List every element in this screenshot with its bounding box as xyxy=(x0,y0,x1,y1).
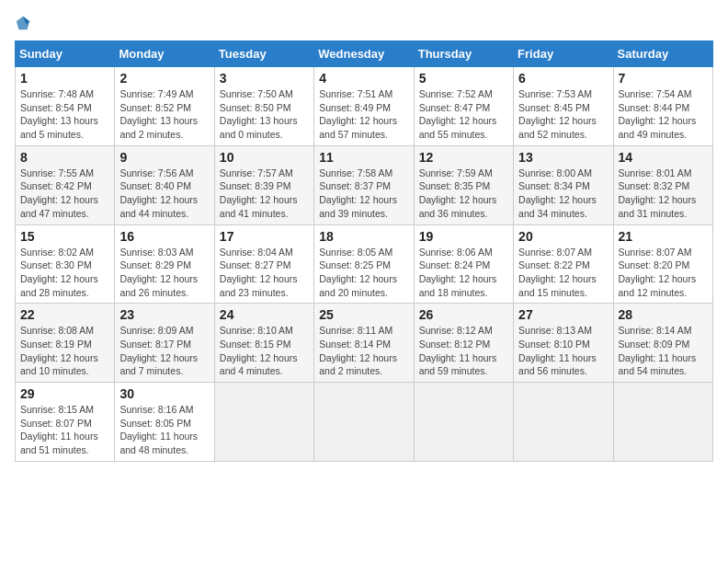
calendar-day-17: 17Sunrise: 8:04 AMSunset: 8:27 PMDayligh… xyxy=(214,224,313,304)
day-number: 8 xyxy=(20,150,109,165)
calendar-day-20: 20Sunrise: 8:07 AMSunset: 8:22 PMDayligh… xyxy=(514,224,613,304)
calendar-day-14: 14Sunrise: 8:01 AMSunset: 8:32 PMDayligh… xyxy=(613,145,712,224)
calendar-day-24: 24Sunrise: 8:10 AMSunset: 8:15 PMDayligh… xyxy=(214,304,313,383)
day-number: 11 xyxy=(319,150,408,165)
calendar-day-8: 8Sunrise: 7:55 AMSunset: 8:42 PMDaylight… xyxy=(16,145,115,224)
day-number: 27 xyxy=(518,307,608,322)
day-number: 20 xyxy=(518,229,608,244)
day-detail: Sunrise: 8:03 AMSunset: 8:29 PMDaylight:… xyxy=(119,246,209,300)
day-detail: Sunrise: 7:55 AMSunset: 8:42 PMDaylight:… xyxy=(20,167,109,221)
day-detail: Sunrise: 8:08 AMSunset: 8:19 PMDaylight:… xyxy=(20,324,109,378)
day-detail: Sunrise: 8:13 AMSunset: 8:10 PMDaylight:… xyxy=(518,324,608,378)
day-number: 1 xyxy=(20,71,109,86)
calendar-day-10: 10Sunrise: 7:57 AMSunset: 8:39 PMDayligh… xyxy=(214,145,313,224)
calendar-day-28: 28Sunrise: 8:14 AMSunset: 8:09 PMDayligh… xyxy=(613,304,712,383)
calendar-day-3: 3Sunrise: 7:50 AMSunset: 8:50 PMDaylight… xyxy=(214,67,313,146)
calendar-day-9: 9Sunrise: 7:56 AMSunset: 8:40 PMDaylight… xyxy=(115,145,214,224)
day-detail: Sunrise: 7:59 AMSunset: 8:35 PMDaylight:… xyxy=(419,167,508,221)
day-detail: Sunrise: 7:57 AMSunset: 8:39 PMDaylight:… xyxy=(220,167,309,221)
calendar-week-1: 1Sunrise: 7:48 AMSunset: 8:54 PMDaylight… xyxy=(16,67,713,146)
empty-cell xyxy=(414,383,513,462)
empty-cell xyxy=(214,383,313,462)
day-number: 26 xyxy=(419,307,508,322)
calendar-week-4: 22Sunrise: 8:08 AMSunset: 8:19 PMDayligh… xyxy=(16,304,713,383)
calendar-day-19: 19Sunrise: 8:06 AMSunset: 8:24 PMDayligh… xyxy=(414,224,513,304)
day-detail: Sunrise: 8:07 AMSunset: 8:22 PMDaylight:… xyxy=(518,246,608,300)
day-number: 12 xyxy=(419,150,508,165)
calendar-day-6: 6Sunrise: 7:53 AMSunset: 8:45 PMDaylight… xyxy=(514,67,613,146)
day-detail: Sunrise: 8:05 AMSunset: 8:25 PMDaylight:… xyxy=(319,246,408,300)
day-number: 22 xyxy=(20,307,109,322)
calendar-day-13: 13Sunrise: 8:00 AMSunset: 8:34 PMDayligh… xyxy=(514,145,613,224)
day-detail: Sunrise: 8:01 AMSunset: 8:32 PMDaylight:… xyxy=(619,167,708,221)
day-number: 29 xyxy=(20,386,109,401)
empty-cell xyxy=(613,383,712,462)
calendar-day-11: 11Sunrise: 7:58 AMSunset: 8:37 PMDayligh… xyxy=(314,145,414,224)
day-detail: Sunrise: 8:07 AMSunset: 8:20 PMDaylight:… xyxy=(619,246,708,300)
weekday-header-wednesday: Wednesday xyxy=(314,41,414,67)
day-number: 17 xyxy=(220,229,309,244)
calendar-day-15: 15Sunrise: 8:02 AMSunset: 8:30 PMDayligh… xyxy=(16,224,115,304)
weekday-header-thursday: Thursday xyxy=(414,41,513,67)
calendar-day-18: 18Sunrise: 8:05 AMSunset: 8:25 PMDayligh… xyxy=(314,224,414,304)
calendar-day-21: 21Sunrise: 8:07 AMSunset: 8:20 PMDayligh… xyxy=(613,224,712,304)
calendar-day-26: 26Sunrise: 8:12 AMSunset: 8:12 PMDayligh… xyxy=(414,304,513,383)
day-detail: Sunrise: 7:56 AMSunset: 8:40 PMDaylight:… xyxy=(119,167,209,221)
logo-icon xyxy=(15,15,31,31)
calendar-day-22: 22Sunrise: 8:08 AMSunset: 8:19 PMDayligh… xyxy=(16,304,115,383)
weekday-header-sunday: Sunday xyxy=(16,41,115,67)
day-detail: Sunrise: 8:09 AMSunset: 8:17 PMDaylight:… xyxy=(119,324,209,378)
day-number: 24 xyxy=(220,307,309,322)
day-number: 14 xyxy=(619,150,708,165)
weekday-header-row: SundayMondayTuesdayWednesdayThursdayFrid… xyxy=(16,41,713,67)
calendar-day-5: 5Sunrise: 7:52 AMSunset: 8:47 PMDaylight… xyxy=(414,67,513,146)
day-detail: Sunrise: 8:15 AMSunset: 8:07 PMDaylight:… xyxy=(20,403,109,457)
day-number: 3 xyxy=(220,71,309,86)
calendar-day-1: 1Sunrise: 7:48 AMSunset: 8:54 PMDaylight… xyxy=(16,67,115,146)
calendar-day-2: 2Sunrise: 7:49 AMSunset: 8:52 PMDaylight… xyxy=(115,67,214,146)
calendar-week-5: 29Sunrise: 8:15 AMSunset: 8:07 PMDayligh… xyxy=(16,383,713,462)
empty-cell xyxy=(314,383,414,462)
calendar-week-3: 15Sunrise: 8:02 AMSunset: 8:30 PMDayligh… xyxy=(16,224,713,304)
calendar-week-2: 8Sunrise: 7:55 AMSunset: 8:42 PMDaylight… xyxy=(16,145,713,224)
day-detail: Sunrise: 7:51 AMSunset: 8:49 PMDaylight:… xyxy=(319,87,408,142)
header xyxy=(15,15,713,31)
weekday-header-tuesday: Tuesday xyxy=(214,41,313,67)
day-number: 25 xyxy=(319,307,408,322)
day-detail: Sunrise: 8:12 AMSunset: 8:12 PMDaylight:… xyxy=(419,324,508,378)
calendar-table: SundayMondayTuesdayWednesdayThursdayFrid… xyxy=(15,40,713,462)
day-number: 18 xyxy=(319,229,408,244)
weekday-header-saturday: Saturday xyxy=(613,41,712,67)
day-detail: Sunrise: 7:49 AMSunset: 8:52 PMDaylight:… xyxy=(119,87,209,142)
calendar-day-12: 12Sunrise: 7:59 AMSunset: 8:35 PMDayligh… xyxy=(414,145,513,224)
day-detail: Sunrise: 8:16 AMSunset: 8:05 PMDaylight:… xyxy=(119,403,209,457)
day-detail: Sunrise: 7:54 AMSunset: 8:44 PMDaylight:… xyxy=(619,87,708,142)
day-number: 28 xyxy=(619,307,708,322)
calendar-day-27: 27Sunrise: 8:13 AMSunset: 8:10 PMDayligh… xyxy=(514,304,613,383)
day-detail: Sunrise: 8:14 AMSunset: 8:09 PMDaylight:… xyxy=(619,324,708,378)
calendar-day-25: 25Sunrise: 8:11 AMSunset: 8:14 PMDayligh… xyxy=(314,304,414,383)
logo xyxy=(15,15,31,31)
day-detail: Sunrise: 7:48 AMSunset: 8:54 PMDaylight:… xyxy=(20,87,109,142)
empty-cell xyxy=(514,383,613,462)
day-detail: Sunrise: 8:06 AMSunset: 8:24 PMDaylight:… xyxy=(419,246,508,300)
calendar-day-4: 4Sunrise: 7:51 AMSunset: 8:49 PMDaylight… xyxy=(314,67,414,146)
day-number: 15 xyxy=(20,229,109,244)
day-number: 9 xyxy=(119,150,209,165)
day-detail: Sunrise: 7:52 AMSunset: 8:47 PMDaylight:… xyxy=(419,87,508,142)
calendar-day-30: 30Sunrise: 8:16 AMSunset: 8:05 PMDayligh… xyxy=(115,383,214,462)
calendar-day-16: 16Sunrise: 8:03 AMSunset: 8:29 PMDayligh… xyxy=(115,224,214,304)
day-number: 30 xyxy=(119,386,209,401)
day-number: 4 xyxy=(319,71,408,86)
calendar-day-23: 23Sunrise: 8:09 AMSunset: 8:17 PMDayligh… xyxy=(115,304,214,383)
day-number: 16 xyxy=(119,229,209,244)
day-detail: Sunrise: 8:00 AMSunset: 8:34 PMDaylight:… xyxy=(518,167,608,221)
day-detail: Sunrise: 8:04 AMSunset: 8:27 PMDaylight:… xyxy=(220,246,309,300)
day-number: 21 xyxy=(619,229,708,244)
day-number: 23 xyxy=(119,307,209,322)
day-detail: Sunrise: 8:02 AMSunset: 8:30 PMDaylight:… xyxy=(20,246,109,300)
day-number: 5 xyxy=(419,71,508,86)
weekday-header-monday: Monday xyxy=(115,41,214,67)
calendar-day-7: 7Sunrise: 7:54 AMSunset: 8:44 PMDaylight… xyxy=(613,67,712,146)
day-number: 19 xyxy=(419,229,508,244)
